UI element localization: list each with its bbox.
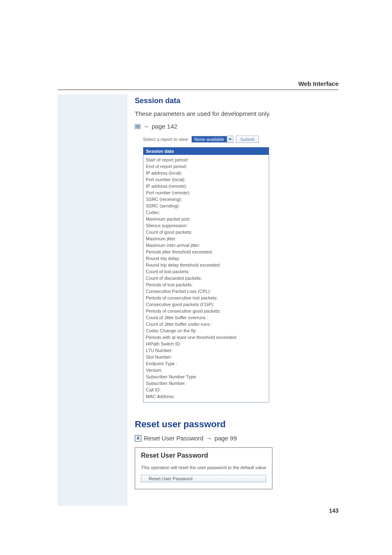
session-field-row: Start of report period: xyxy=(146,157,266,163)
session-field-row: Consecutive good packets (CGP): xyxy=(146,301,266,308)
session-field-row: Version: xyxy=(146,367,266,373)
chevron-down-icon[interactable] xyxy=(227,136,233,143)
session-field-row: Consecutive Packet Loss (CPL): xyxy=(146,288,266,295)
session-field-row: Subscriber Number: xyxy=(146,380,266,387)
session-intro-text: These parameters are used for developmen… xyxy=(135,110,339,117)
session-data-table: Session data Start of report period:End … xyxy=(143,147,269,403)
session-field-row: Codec Change on the fly: xyxy=(146,327,266,334)
session-field-row: Slot Number: xyxy=(146,354,266,360)
session-field-row: Maximum inter-arrival jitter: xyxy=(146,242,266,249)
session-field-row: Maximum jitter: xyxy=(146,235,266,242)
list-icon xyxy=(135,124,141,129)
sidebar-gutter xyxy=(58,94,127,506)
session-field-row: Count of Jitter buffer under-runs : xyxy=(146,321,266,327)
session-field-row: Count of lost packets: xyxy=(146,268,266,275)
header-divider xyxy=(58,90,339,90)
session-field-row: LTU Number: xyxy=(146,347,266,354)
section-heading-reset-password: Reset user password xyxy=(135,419,339,430)
reset-password-button[interactable]: Reset User Password xyxy=(141,475,266,482)
report-select-label: Select a report to view: xyxy=(143,137,189,142)
session-field-row: Periods jitter threshold exceeded: xyxy=(146,249,266,255)
session-field-row: Codec: xyxy=(146,209,266,216)
reset-panel-title: Reset User Password xyxy=(141,452,266,459)
session-field-row: End of report period: xyxy=(146,163,266,170)
session-field-row: Subscriber Number Type: xyxy=(146,373,266,380)
session-field-row: Count of discarded packets: xyxy=(146,275,266,281)
session-field-row: IP address (local): xyxy=(146,170,266,176)
page-number: 143 xyxy=(329,507,339,514)
session-field-row: Periods with at least one threshold exce… xyxy=(146,334,266,341)
session-field-row: IP address (remote): xyxy=(146,183,266,189)
report-select[interactable]: None available xyxy=(191,136,233,143)
session-field-row: Endpoint Type : xyxy=(146,360,266,367)
session-field-row: Periods of consecutive lost packets: xyxy=(146,295,266,301)
arrow-icon: → xyxy=(143,123,149,130)
session-field-row: MAC Address: xyxy=(146,393,266,400)
running-header: Web Interface xyxy=(298,80,339,87)
session-field-row: SSRC (receiving): xyxy=(146,196,266,203)
letter-a-icon: A xyxy=(135,435,141,442)
section-heading-session-data: Session data xyxy=(135,97,339,105)
reset-panel-text: This operation will reset the user passw… xyxy=(141,465,266,470)
report-select-value: None available xyxy=(191,136,227,143)
reset-ref: page 99 xyxy=(214,435,237,442)
arrow-icon: → xyxy=(206,435,212,442)
session-field-row: Round trip delay threshold exceeded: xyxy=(146,262,266,268)
session-ref: page 142 xyxy=(152,123,178,130)
session-field-row: Maximum packet size: xyxy=(146,216,266,222)
session-field-row: Periods of lost packets: xyxy=(146,281,266,288)
session-field-row: Periods of consecutive good packets: xyxy=(146,308,266,314)
session-field-row: HiPath Switch ID: xyxy=(146,341,266,347)
session-field-row: SSRC (sending): xyxy=(146,203,266,209)
session-field-row: Call ID: xyxy=(146,387,266,393)
session-field-row: Port number (local): xyxy=(146,176,266,183)
reset-password-panel: Reset User Password This operation will … xyxy=(135,447,272,489)
session-table-header: Session data xyxy=(143,147,269,155)
session-field-row: Silence suppression: xyxy=(146,222,266,229)
reset-ref-label: Reset User Password xyxy=(144,435,203,442)
session-field-row: Count of good packets: xyxy=(146,229,266,235)
submit-button[interactable]: Submit xyxy=(236,136,259,143)
session-field-row: Round trip delay: xyxy=(146,255,266,262)
session-field-row: Count of Jitter buffer overruns : xyxy=(146,314,266,321)
session-field-row: Port number (remote): xyxy=(146,189,266,196)
